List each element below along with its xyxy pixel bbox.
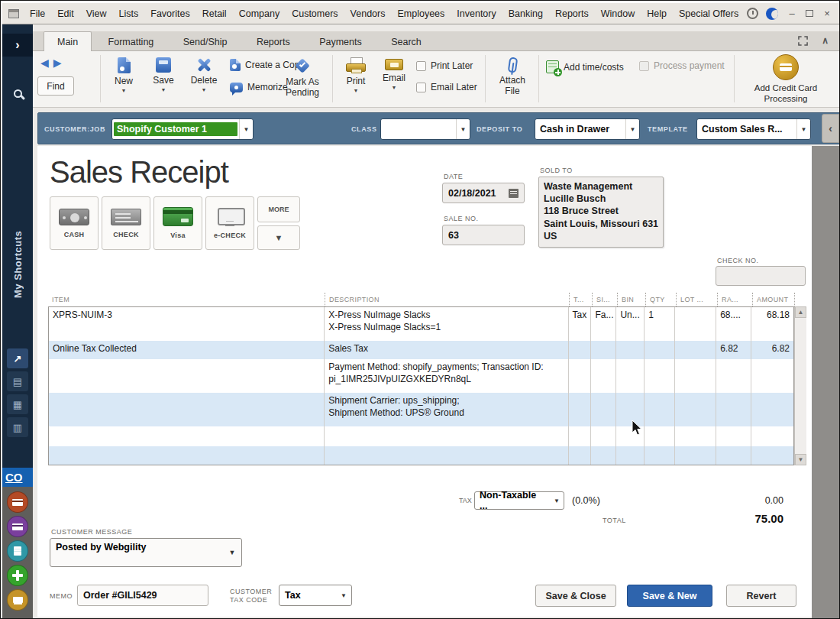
col-site[interactable]: SI... bbox=[592, 293, 617, 306]
payment-more-arrow-button[interactable]: ▼ bbox=[257, 225, 300, 250]
print-button[interactable]: Print ▼ bbox=[338, 57, 373, 93]
cell-amount[interactable] bbox=[751, 359, 793, 393]
menu-item-edit[interactable]: Edit bbox=[51, 8, 80, 19]
quickbooks-icon[interactable] bbox=[766, 8, 778, 20]
menu-item-special-offers[interactable]: Special Offers bbox=[673, 8, 745, 19]
cell-qty[interactable] bbox=[645, 359, 675, 393]
scroll-up-button[interactable]: ▲ bbox=[795, 306, 806, 318]
payment-more-button[interactable]: MORE bbox=[257, 196, 300, 222]
save-new-button[interactable]: Save & New bbox=[627, 585, 712, 607]
tab-reports[interactable]: Reports bbox=[244, 32, 303, 52]
menu-item-customers[interactable]: Customers bbox=[286, 8, 344, 19]
customer-tax-code-dropdown[interactable]: Tax ▼ bbox=[279, 585, 352, 606]
col-rate[interactable]: RA... bbox=[717, 293, 752, 306]
customer-message-dropdown[interactable]: Posted by Webgility ▼ bbox=[50, 538, 242, 567]
cell-description[interactable] bbox=[325, 446, 568, 465]
delete-button[interactable]: Delete ▼ bbox=[186, 57, 222, 92]
cell-item[interactable]: XPRS-NUIM-3 bbox=[49, 307, 325, 341]
scroll-down-button[interactable]: ▼ bbox=[795, 454, 806, 465]
open-window-icon[interactable]: ↗ bbox=[7, 348, 28, 368]
cell-rate[interactable]: 6.82 bbox=[716, 341, 751, 359]
menu-item-inventory[interactable]: Inventory bbox=[451, 8, 502, 19]
menu-item-reports[interactable]: Reports bbox=[549, 8, 595, 19]
pos-app-icon[interactable] bbox=[7, 491, 28, 513]
save-close-button[interactable]: Save & Close bbox=[535, 585, 616, 607]
memo-input[interactable]: Order #GILI5429 bbox=[77, 585, 208, 606]
cell-tax[interactable] bbox=[569, 359, 592, 393]
menu-item-lists[interactable]: Lists bbox=[113, 8, 145, 19]
taskbar-co-logo[interactable]: CO bbox=[2, 468, 33, 487]
cell-site[interactable] bbox=[591, 341, 616, 359]
menu-item-window[interactable]: Window bbox=[595, 8, 641, 19]
my-shortcuts-label[interactable]: My Shortcuts bbox=[2, 196, 33, 333]
history-nav-arrows[interactable]: ◀▶ bbox=[40, 57, 66, 69]
view-balances-icon[interactable]: ▤ bbox=[7, 371, 28, 391]
cell-qty[interactable]: 1 bbox=[645, 307, 675, 341]
child-window-icon[interactable] bbox=[8, 9, 19, 18]
col-bin[interactable]: BIN bbox=[617, 293, 645, 306]
menu-item-favorites[interactable]: Favorites bbox=[144, 8, 195, 19]
search-icon[interactable] bbox=[2, 83, 33, 104]
cell-item[interactable] bbox=[49, 393, 325, 426]
cell-site[interactable] bbox=[591, 359, 616, 393]
find-button[interactable]: Find bbox=[37, 76, 74, 96]
sidebar-expand-button[interactable]: › bbox=[2, 34, 33, 57]
tab-search[interactable]: Search bbox=[378, 32, 435, 52]
calendar-icon[interactable] bbox=[509, 189, 519, 198]
cell-site[interactable]: Fa... bbox=[591, 307, 616, 341]
save-button[interactable]: Save ▼ bbox=[146, 57, 181, 92]
add-credit-card-processing-button[interactable]: Add Credit Card Processing bbox=[743, 54, 829, 104]
cell-description[interactable]: Shipment Carrier: ups_shipping; Shipment… bbox=[325, 393, 568, 426]
email-dropdown-caret[interactable]: ▼ bbox=[392, 85, 397, 90]
menu-item-help[interactable]: Help bbox=[641, 8, 673, 19]
menu-item-banking[interactable]: Banking bbox=[502, 8, 549, 19]
cell-lot[interactable] bbox=[675, 359, 716, 393]
cell-tax[interactable] bbox=[569, 341, 592, 359]
check-no-input[interactable] bbox=[716, 266, 806, 286]
favorite-reports-icon[interactable]: ▦ bbox=[7, 394, 28, 414]
print-later-box[interactable] bbox=[416, 61, 426, 71]
payments-app-icon[interactable] bbox=[7, 516, 28, 537]
revert-button[interactable]: Revert bbox=[726, 585, 796, 607]
restore-button[interactable] bbox=[806, 10, 813, 17]
payment-echeck-button[interactable]: e-CHECK bbox=[205, 196, 254, 250]
chevron-down-icon[interactable]: ▼ bbox=[336, 592, 351, 599]
deposit-to-dropdown[interactable]: Cash in Drawer ▼ bbox=[535, 118, 640, 140]
cell-site[interactable] bbox=[591, 393, 616, 426]
chevron-down-icon[interactable]: ▼ bbox=[223, 539, 241, 566]
payment-visa-button[interactable]: Visa bbox=[153, 196, 202, 250]
cell-lot[interactable] bbox=[675, 393, 716, 426]
cell-bin[interactable]: Un... bbox=[616, 307, 645, 341]
cell-item[interactable] bbox=[49, 426, 325, 446]
cell-item[interactable] bbox=[49, 359, 325, 393]
cell-lot[interactable] bbox=[675, 307, 716, 341]
cell-item[interactable]: Online Tax Collected bbox=[49, 341, 325, 359]
menu-item-company[interactable]: Company bbox=[233, 8, 286, 19]
email-later-checkbox[interactable]: Email Later bbox=[416, 82, 477, 92]
chevron-down-icon[interactable]: ▼ bbox=[239, 119, 253, 139]
cell-bin[interactable] bbox=[616, 359, 645, 393]
chevron-down-icon[interactable]: ▼ bbox=[550, 497, 564, 504]
cell-description[interactable]: X-Press NuImage Slacks X-Press NuImage S… bbox=[325, 307, 568, 341]
payment-check-button[interactable]: CHECK bbox=[102, 196, 150, 250]
chevron-down-icon[interactable]: ▼ bbox=[625, 119, 639, 139]
col-description[interactable]: DESCRIPTION bbox=[325, 293, 569, 306]
menu-item-view[interactable]: View bbox=[80, 8, 113, 19]
cell-qty[interactable] bbox=[645, 341, 675, 359]
col-tax[interactable]: T... bbox=[569, 293, 592, 306]
cell-lot[interactable] bbox=[675, 341, 716, 359]
col-qty[interactable]: QTY bbox=[645, 293, 676, 306]
forward-arrow-icon[interactable]: ▶ bbox=[53, 57, 66, 69]
menu-item-file[interactable]: File bbox=[24, 8, 51, 19]
menu-item-employees[interactable]: Employees bbox=[391, 8, 451, 19]
cell-amount[interactable] bbox=[751, 393, 793, 426]
chevron-down-icon[interactable]: ▼ bbox=[796, 119, 810, 139]
menu-item-vendors[interactable]: Vendors bbox=[344, 8, 392, 19]
menu-item-retail[interactable]: Retail bbox=[196, 8, 233, 19]
cell-qty[interactable] bbox=[645, 393, 675, 426]
back-arrow-icon[interactable]: ◀ bbox=[40, 57, 53, 69]
history-panel-toggle[interactable]: ‹ bbox=[822, 114, 839, 143]
terminal-app-icon[interactable] bbox=[7, 589, 28, 611]
add-app-icon[interactable] bbox=[7, 565, 28, 586]
tab-main[interactable]: Main bbox=[44, 31, 92, 51]
